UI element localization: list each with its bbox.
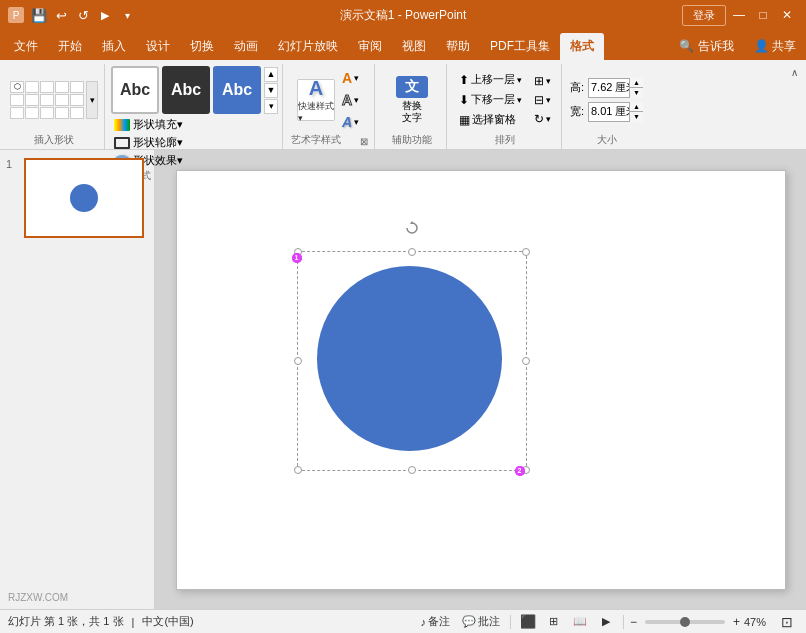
help-icon[interactable]: 🔍 告诉我 xyxy=(669,33,743,60)
minimize-btn[interactable]: — xyxy=(728,4,750,26)
tab-home[interactable]: 开始 xyxy=(48,33,92,60)
size-label: 大小 xyxy=(597,133,617,149)
tab-review[interactable]: 审阅 xyxy=(348,33,392,60)
rotate-btn[interactable]: ↻▾ xyxy=(530,110,555,128)
present-btn[interactable]: ▶ xyxy=(96,6,114,24)
undo-btn[interactable]: ↩ xyxy=(52,6,70,24)
vertex-handle-1[interactable]: 1 xyxy=(292,253,302,263)
handle-ml[interactable] xyxy=(294,357,302,365)
art-text-outline-btn[interactable]: A ▾ xyxy=(339,90,362,110)
reading-view-btn[interactable]: 📖 xyxy=(569,613,591,631)
move-down-btn[interactable]: ⬇下移一层▾ xyxy=(455,90,526,109)
shape-grid-item[interactable] xyxy=(70,81,84,93)
title-bar: P 💾 ↩ ↺ ▶ ▾ 演示文稿1 - PowerPoint 登录 — □ ✕ xyxy=(0,0,806,30)
redo-btn[interactable]: ↺ xyxy=(74,6,92,24)
height-decrement[interactable]: ▼ xyxy=(629,88,643,98)
art-quick-style-btn[interactable]: A 快速样式▾ xyxy=(297,79,335,121)
tab-slideshow[interactable]: 幻灯片放映 xyxy=(268,33,348,60)
shape-grid-item[interactable] xyxy=(55,81,69,93)
zoom-in-btn[interactable]: + xyxy=(733,615,740,629)
comments-btn[interactable]: 💬批注 xyxy=(458,613,504,630)
art-text-fill-btn[interactable]: A ▾ xyxy=(339,68,362,88)
handle-tr[interactable] xyxy=(522,248,530,256)
art-text-effect-btn[interactable]: A ▾ xyxy=(339,112,362,132)
rotate-handle[interactable] xyxy=(405,221,419,235)
width-decrement[interactable]: ▼ xyxy=(629,112,643,122)
move-up-btn[interactable]: ⬆上移一层▾ xyxy=(455,70,526,89)
selection-box xyxy=(297,251,527,471)
shape-grid-item[interactable] xyxy=(70,107,84,119)
zoom-level[interactable]: 47% xyxy=(744,616,772,628)
tab-design[interactable]: 设计 xyxy=(136,33,180,60)
shape-grid-item[interactable] xyxy=(70,94,84,106)
shape-grid-item[interactable] xyxy=(40,81,54,93)
shape-grid-item[interactable] xyxy=(40,94,54,106)
aux-label: 辅助功能 xyxy=(392,133,432,149)
replace-text-btn[interactable]: 文 替换文字 xyxy=(388,75,436,125)
shape-grid-item[interactable] xyxy=(25,107,39,119)
shape-grid-item[interactable]: ⬡ xyxy=(10,81,24,93)
insert-shape-label: 插入形状 xyxy=(34,133,74,149)
width-increment[interactable]: ▲ xyxy=(629,102,643,112)
maximize-btn[interactable]: □ xyxy=(752,4,774,26)
login-button[interactable]: 登录 xyxy=(682,5,726,26)
style-sample-2[interactable]: Abc xyxy=(162,66,210,114)
qa-dropdown-btn[interactable]: ▾ xyxy=(118,6,136,24)
shape-container[interactable]: 1 2 xyxy=(297,251,527,471)
shape-grid-item[interactable] xyxy=(55,94,69,106)
shape-grid-item[interactable] xyxy=(25,81,39,93)
shape-grid-item[interactable] xyxy=(55,107,69,119)
art-style-group: A 快速样式▾ A ▾ A ▾ A ▾ 艺术字 xyxy=(285,64,375,149)
tab-file[interactable]: 文件 xyxy=(4,33,48,60)
shape-style-group: Abc Abc Abc ▲ ▼ ▾ 形状填充▾ 形状轮廓▾ 形状效果▾ xyxy=(107,64,283,149)
shape-grid-item[interactable] xyxy=(10,107,24,119)
close-btn[interactable]: ✕ xyxy=(776,4,798,26)
handle-mr[interactable] xyxy=(522,357,530,365)
zoom-out-btn[interactable]: − xyxy=(630,615,637,629)
width-label: 宽: xyxy=(570,104,584,119)
shape-grid-item[interactable] xyxy=(40,107,54,119)
select-pane-btn[interactable]: ▦选择窗格 xyxy=(455,110,526,129)
height-increment[interactable]: ▲ xyxy=(629,78,643,88)
tab-animation[interactable]: 动画 xyxy=(224,33,268,60)
shape-grid-item[interactable] xyxy=(10,94,24,106)
handle-bl[interactable] xyxy=(294,466,302,474)
fit-btn[interactable]: ⊡ xyxy=(776,613,798,631)
shape-dropdown-btn[interactable]: ▾ xyxy=(86,81,98,119)
handle-tc[interactable] xyxy=(408,248,416,256)
tab-help[interactable]: 帮助 xyxy=(436,33,480,60)
ribbon: ⬡ xyxy=(0,60,806,150)
style-scroll-up[interactable]: ▲ xyxy=(264,67,278,82)
normal-view-btn[interactable]: ⬛ xyxy=(517,613,539,631)
present-view-btn[interactable]: ▶ xyxy=(595,613,617,631)
shape-fill-btn[interactable]: 形状填充▾ xyxy=(111,116,278,133)
align-btn[interactable]: ⊞▾ xyxy=(530,72,555,90)
height-label: 高: xyxy=(570,80,584,95)
style-expand[interactable]: ▾ xyxy=(264,99,278,114)
zoom-slider[interactable] xyxy=(645,620,725,624)
tab-view[interactable]: 视图 xyxy=(392,33,436,60)
share-icon[interactable]: 👤 共享 xyxy=(744,33,806,60)
style-sample-3[interactable]: Abc xyxy=(213,66,261,114)
vertex-handle-2[interactable]: 2 xyxy=(515,466,525,476)
arrange-label: 排列 xyxy=(495,133,515,149)
collapse-ribbon-btn[interactable]: ∧ xyxy=(786,64,802,80)
group-btn[interactable]: ⊟▾ xyxy=(530,91,555,109)
shape-outline-btn[interactable]: 形状轮廓▾ xyxy=(111,134,278,151)
style-sample-1[interactable]: Abc xyxy=(111,66,159,114)
slide-canvas[interactable]: 1 2 xyxy=(176,170,786,590)
tab-format[interactable]: 格式 xyxy=(560,33,604,60)
app-icon: P xyxy=(8,7,24,23)
tab-pdf[interactable]: PDF工具集 xyxy=(480,33,560,60)
style-scroll-down[interactable]: ▼ xyxy=(264,83,278,98)
save-btn[interactable]: 💾 xyxy=(30,6,48,24)
ribbon-tabs: 文件 开始 插入 设计 切换 动画 幻灯片放映 审阅 视图 帮助 PDF工具集 … xyxy=(0,30,806,60)
shape-grid-item[interactable] xyxy=(25,94,39,106)
tab-insert[interactable]: 插入 xyxy=(92,33,136,60)
tab-transition[interactable]: 切换 xyxy=(180,33,224,60)
slide-sorter-btn[interactable]: ⊞ xyxy=(543,613,565,631)
art-style-expand-icon[interactable]: ⊠ xyxy=(360,136,368,147)
slide-thumbnail[interactable] xyxy=(24,158,144,238)
handle-bc[interactable] xyxy=(408,466,416,474)
notes-btn[interactable]: ♪备注 xyxy=(416,613,454,630)
